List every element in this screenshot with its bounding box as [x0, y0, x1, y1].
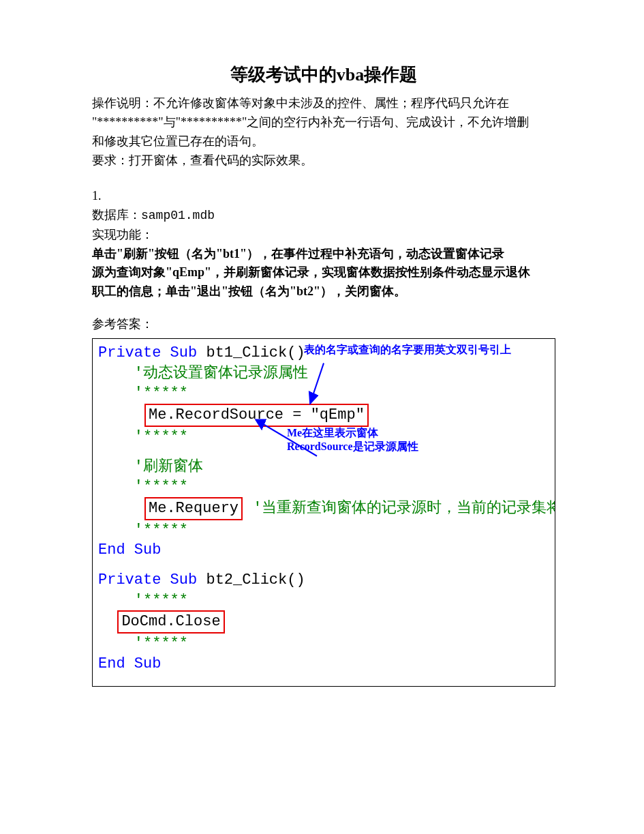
code-l3: '*****: [93, 383, 555, 404]
page-title: 等级考试中的vba操作题: [92, 61, 555, 89]
func-label: 实现功能：: [92, 226, 555, 245]
answer-box-3: DoCmd.Close: [117, 610, 224, 634]
code-l9: End Sub: [93, 540, 555, 561]
intro-line-3: 和修改其它位置已存在的语句。: [92, 132, 555, 151]
code-l2: '动态设置窗体记录源属性: [93, 363, 555, 384]
annotation-2b: RecordSource是记录源属性: [287, 440, 418, 454]
intro-line-2: "**********"与"**********"之间的空行内补充一行语句、完成…: [92, 113, 555, 132]
code-box3-line: DoCmd.Close: [93, 610, 555, 634]
page: 等级考试中的vba操作题 操作说明：不允许修改窗体等对象中未涉及的控件、属性；程…: [0, 0, 644, 834]
annotation-2a: Me在这里表示窗体: [287, 426, 378, 441]
db-value: samp01.mdb: [141, 209, 215, 222]
intro-line-1: 操作说明：不允许修改窗体等对象中未涉及的控件、属性；程序代码只允许在: [92, 94, 555, 113]
desc-line-1: 单击"刷新"按钮（名为"bt1"），在事件过程中补充语句，动态设置窗体记录: [92, 245, 555, 264]
desc-line-2: 源为查询对象"qEmp"，并刷新窗体记录，实现窗体数据按性别条件动态显示退休: [92, 263, 555, 282]
desc-line-3: 职工的信息；单击"退出"按钮（名为"bt2"），关闭窗体。: [92, 282, 555, 301]
database-line: 数据库：samp01.mdb: [92, 206, 555, 226]
code-l8: '*****: [93, 520, 555, 541]
code-l12: '*****: [93, 634, 555, 654]
answer-label: 参考答案：: [92, 315, 555, 334]
code-l11: '*****: [93, 591, 555, 611]
code-box: 表的名字或查询的名字要用英文双引号引上 Me在这里表示窗体 RecordSour…: [92, 338, 555, 687]
code-l5: '刷新窗体: [93, 457, 555, 477]
code-l10: Private Sub bt2_Click(): [93, 570, 555, 591]
code-box2-line: Me.Requery '当重新查询窗体的记录源时，当前的记录集将: [93, 497, 555, 520]
annotation-1: 表的名字或查询的名字要用英文双引号引上: [304, 343, 511, 357]
answer-box-1: Me.RecordSource = "qEmp": [144, 404, 369, 427]
db-label: 数据库：: [92, 208, 141, 222]
question-number: 1.: [92, 187, 555, 206]
code-l6: '*****: [93, 477, 555, 497]
intro-req: 要求：打开窗体，查看代码的实际效果。: [92, 151, 555, 170]
answer-box-2: Me.Requery: [144, 497, 243, 520]
code-l13: End Sub: [93, 654, 555, 674]
code-box1-line: Me.RecordSource = "qEmp": [93, 404, 555, 427]
